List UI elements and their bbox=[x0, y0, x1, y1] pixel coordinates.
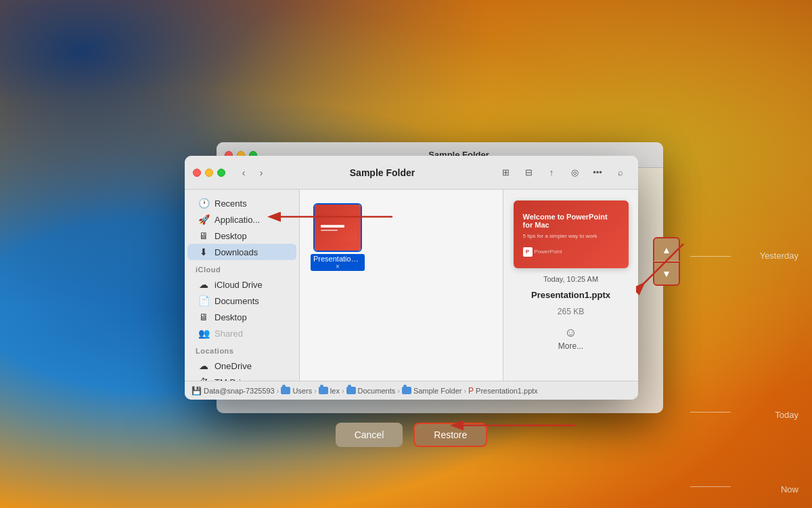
breadcrumb-sample-folder: Sample Folder bbox=[413, 387, 462, 395]
cancel-button[interactable]: Cancel bbox=[336, 423, 403, 447]
pptx-preview bbox=[315, 205, 361, 251]
preview-filesize: 265 KB bbox=[558, 307, 584, 316]
sidebar-item-onedrive[interactable]: ☁ OneDrive bbox=[187, 358, 296, 374]
content-area: Presentation1.ppt × Welcome to PowerPoin… bbox=[300, 190, 638, 381]
icloud-drive-icon: ☁ bbox=[198, 279, 209, 290]
more-icon[interactable]: ••• bbox=[588, 165, 607, 180]
documents-icon: 📄 bbox=[198, 295, 209, 306]
file-label-wrapper: Presentation1.ppt × bbox=[311, 254, 365, 271]
more-dots-icon: ☺ bbox=[564, 326, 577, 340]
forward-arrow[interactable]: › bbox=[254, 165, 269, 180]
finder-window: ‹ › Sample Folder ⊞ ⊟ ↑ ◎ ••• ⌕ 🕐 Recent… bbox=[185, 156, 638, 400]
breadcrumb-lex: lex bbox=[330, 387, 340, 395]
nav-up-button[interactable]: ▲ bbox=[653, 237, 680, 261]
nav-arrows: ‹ › bbox=[236, 165, 269, 180]
sidebar-item-shared[interactable]: 👥 Shared bbox=[187, 325, 296, 341]
sidebar-item-desktop-icloud[interactable]: 🖥 Desktop bbox=[187, 309, 296, 325]
search-icon[interactable]: ⌕ bbox=[611, 165, 630, 180]
preview-more-button[interactable]: ☺ More... bbox=[558, 326, 583, 351]
yesterday-line bbox=[690, 256, 731, 257]
sidebar-item-desktop[interactable]: 🖥 Desktop bbox=[187, 228, 296, 244]
view-icon-list[interactable]: ⊟ bbox=[519, 165, 538, 180]
file-thumbnail bbox=[313, 203, 362, 252]
preview-filename: Presentation1.pptx bbox=[531, 290, 610, 300]
shared-icon: 👥 bbox=[198, 328, 209, 339]
desktop-icon: 🖥 bbox=[198, 230, 209, 241]
breadcrumb-folder-icon-2 bbox=[319, 387, 328, 394]
pptx-slide-content bbox=[318, 213, 357, 242]
preview-pptx-logo: P PowerPoint bbox=[523, 247, 562, 257]
file-name-label: Presentation1.ppt bbox=[313, 255, 362, 263]
breadcrumb-documents: Documents bbox=[358, 387, 396, 395]
breadcrumb-bar: 💾 Data@snap-7325593 › Users › lex › Docu… bbox=[185, 381, 638, 400]
preview-pptx-content: Welcome to PowerPoint for Mac 5 tips for… bbox=[514, 200, 629, 268]
titlebar-controls: ⊞ ⊟ ↑ ◎ ••• ⌕ bbox=[496, 165, 630, 180]
breadcrumb-folder-icon-3 bbox=[346, 387, 356, 394]
preview-image: Welcome to PowerPoint for Mac 5 tips for… bbox=[514, 200, 629, 268]
traffic-lights bbox=[193, 169, 225, 177]
nav-down-button[interactable]: ▼ bbox=[653, 261, 680, 286]
sidebar-item-documents[interactable]: 📄 Documents bbox=[187, 293, 296, 309]
tag-icon[interactable]: ◎ bbox=[565, 165, 584, 180]
breadcrumb-sep-5: › bbox=[464, 387, 466, 395]
now-line bbox=[690, 486, 731, 487]
locations-section-label: Locations bbox=[185, 341, 299, 358]
back-arrow[interactable]: ‹ bbox=[236, 165, 251, 180]
sidebar-item-recents[interactable]: 🕐 Recents bbox=[187, 195, 296, 211]
maximize-button[interactable] bbox=[217, 169, 225, 177]
onedrive-icon: ☁ bbox=[198, 360, 209, 371]
finder-titlebar: ‹ › Sample Folder ⊞ ⊟ ↑ ◎ ••• ⌕ bbox=[185, 156, 638, 190]
breadcrumb-folder-icon-1 bbox=[281, 387, 290, 394]
breadcrumb-icon-hdd: 💾 bbox=[191, 386, 202, 396]
view-icon-grid[interactable]: ⊞ bbox=[496, 165, 515, 180]
breadcrumb-filename: Presentation1.pptx bbox=[476, 387, 538, 395]
recents-icon: 🕐 bbox=[198, 198, 209, 209]
sidebar-item-downloads[interactable]: ⬇ Downloads bbox=[187, 244, 296, 260]
breadcrumb-sep-1: › bbox=[277, 387, 279, 395]
applications-icon: 🚀 bbox=[198, 214, 209, 225]
sidebar-item-applications[interactable]: 🚀 Applicatio... bbox=[187, 211, 296, 228]
today-label: Today bbox=[775, 410, 798, 420]
pptx-logo-text: PowerPoint bbox=[535, 249, 562, 255]
window-title: Sample Folder bbox=[274, 167, 491, 178]
bottom-bar: Cancel Restore bbox=[185, 423, 638, 447]
close-button[interactable] bbox=[193, 169, 201, 177]
downloads-icon: ⬇ bbox=[198, 247, 209, 257]
sidebar-item-tm-drive[interactable]: ⏱ TM Drive bbox=[187, 374, 296, 381]
breadcrumb-sep-3: › bbox=[342, 387, 344, 395]
file-item-pptx[interactable]: Presentation1.ppt × bbox=[311, 200, 365, 274]
pptx-title-bar bbox=[321, 225, 344, 228]
today-line bbox=[690, 412, 731, 412]
preview-pptx-title: Welcome to PowerPoint for Mac bbox=[523, 213, 619, 229]
share-icon[interactable]: ↑ bbox=[542, 165, 561, 180]
preview-date: Today, 10:25 AM bbox=[543, 275, 598, 283]
restore-button[interactable]: Restore bbox=[413, 423, 487, 447]
preview-pptx-sub: 5 tips for a simpler way to work bbox=[523, 233, 597, 239]
breadcrumb-sep-2: › bbox=[314, 387, 317, 395]
breadcrumb-pptx-icon: P bbox=[468, 386, 474, 396]
nav-panel: ▲ ▼ bbox=[653, 237, 680, 286]
file-deselect-icon[interactable]: × bbox=[336, 263, 340, 270]
breadcrumb-users: Users bbox=[292, 387, 312, 395]
breadcrumb-snap: Data@snap-7325593 bbox=[204, 387, 275, 395]
pptx-sub-bar bbox=[321, 230, 338, 231]
pptx-logo-icon: P bbox=[523, 247, 533, 257]
preview-panel: Welcome to PowerPoint for Mac 5 tips for… bbox=[503, 190, 638, 381]
icloud-section-label: iCloud bbox=[185, 260, 299, 276]
minimize-button[interactable] bbox=[205, 169, 213, 177]
sidebar-item-icloud-drive[interactable]: ☁ iCloud Drive bbox=[187, 276, 296, 293]
breadcrumb-folder-icon-4 bbox=[402, 387, 411, 394]
now-label: Now bbox=[781, 484, 798, 494]
pptx-slide bbox=[318, 213, 357, 242]
desktop-icloud-icon: 🖥 bbox=[198, 312, 209, 322]
breadcrumb-sep-4: › bbox=[397, 387, 400, 395]
yesterday-label: Yesterday bbox=[760, 251, 798, 261]
sidebar: 🕐 Recents 🚀 Applicatio... 🖥 Desktop ⬇ Do… bbox=[185, 190, 300, 381]
finder-body: 🕐 Recents 🚀 Applicatio... 🖥 Desktop ⬇ Do… bbox=[185, 190, 638, 381]
file-grid: Presentation1.ppt × bbox=[300, 190, 503, 381]
